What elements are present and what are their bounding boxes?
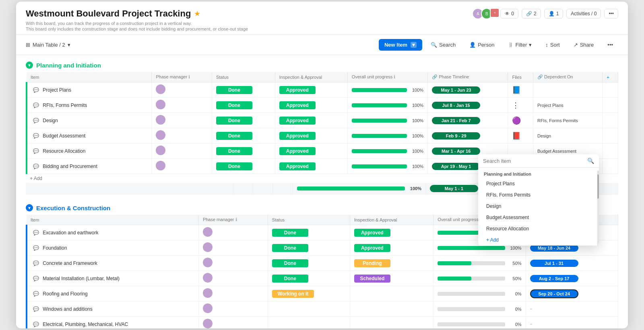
exec-status[interactable]: Done (268, 256, 350, 271)
exec-phase-manager (198, 240, 268, 256)
search-button[interactable]: 🔍 Search (425, 39, 461, 51)
activities-btn[interactable]: Activities / 0 (566, 9, 601, 18)
exec-comment-icon[interactable]: 💬 (33, 322, 39, 327)
share-btn[interactable]: 🔗 2 (522, 9, 541, 18)
exec-timeline-pill: Sep 20 - Oct 24 (530, 289, 578, 298)
planning-inspection[interactable]: Approved (275, 143, 347, 159)
col-phase-manager: Phase manager ℹ (152, 72, 212, 82)
person-btn[interactable]: 👤 1 (544, 9, 564, 18)
planning-status[interactable]: Done (212, 128, 275, 143)
person-filter-btn[interactable]: 👤 Person (464, 39, 500, 51)
comment-icon[interactable]: 💬 (33, 164, 39, 169)
planning-status[interactable]: Done (212, 159, 275, 174)
exec-comment-icon[interactable]: 💬 (33, 276, 39, 281)
progress-bar (352, 103, 407, 107)
share-toolbar-btn[interactable]: ↗ Share (568, 39, 599, 51)
exec-timeline: Aug 2 - Sep 17 (526, 271, 618, 286)
exec-insp-badge: Approved (354, 229, 390, 237)
col-add[interactable]: + (603, 72, 618, 82)
exec-timeline-pill: Jul 1 - 31 (530, 260, 578, 267)
search-item-input[interactable] (483, 158, 587, 164)
exec-inspection[interactable]: Approved (350, 225, 433, 240)
progress-wrap: 100% (352, 103, 423, 108)
planning-files: ⋮ (508, 98, 533, 113)
comment-icon[interactable]: 💬 (33, 148, 39, 154)
planning-item-name: 💬 Bidding and Procurement (27, 159, 152, 174)
dropdown-add-btn[interactable]: + Add (478, 234, 599, 246)
dropdown-item[interactable]: Design (478, 201, 599, 212)
exec-comment-icon[interactable]: 💬 (33, 230, 39, 236)
exec-status[interactable]: Done (268, 271, 350, 286)
progress-wrap: 100% (352, 133, 423, 138)
planning-phase-manager (152, 113, 212, 128)
table-icon: ⊞ (26, 42, 30, 48)
comment-icon[interactable]: 💬 (33, 87, 39, 93)
exec-comment-icon[interactable]: 💬 (33, 260, 39, 266)
planning-dependent: Project Plans (533, 98, 602, 113)
progress-fill (352, 134, 407, 138)
main-table-btn[interactable]: ⊞ Main Table / 2 ▾ (26, 42, 70, 48)
planning-status[interactable]: Done (212, 143, 275, 159)
execution-row: 💬 Roofing and Flooring Working on it 0% … (27, 286, 618, 301)
exec-phase-manager (198, 286, 268, 301)
comment-icon[interactable]: 💬 (33, 133, 39, 139)
sort-label: Sort (550, 42, 560, 48)
dropdown-item[interactable]: Resource Allocation (478, 223, 599, 234)
exec-progress: 50% (433, 256, 526, 271)
exec-inspection[interactable] (350, 301, 433, 317)
exec-status-badge: Done (272, 275, 308, 283)
more-toolbar-btn[interactable]: ••• (602, 39, 618, 51)
planning-status[interactable]: Done (212, 113, 275, 128)
planning-inspection[interactable]: Approved (275, 82, 347, 98)
sort-button[interactable]: ↕ Sort (540, 39, 565, 51)
exec-comment-icon[interactable]: 💬 (33, 291, 39, 297)
planning-header-row: Item Phase manager ℹ Status Inspection &… (27, 72, 618, 82)
exec-inspection[interactable]: Scheduled (350, 271, 433, 286)
planning-status[interactable]: Done (212, 98, 275, 113)
exec-status[interactable]: Working on it (268, 286, 350, 301)
views-btn[interactable]: 👁 0 (500, 9, 518, 18)
dropdown-item[interactable]: RFIs, Forms Permits (478, 189, 599, 201)
avatar-sm (156, 84, 165, 94)
planning-inspection[interactable]: Approved (275, 128, 347, 143)
dep-text: Project Plans (537, 103, 564, 108)
planning-inspection[interactable]: Approved (275, 98, 347, 113)
dropdown-item[interactable]: Project Plans (478, 178, 599, 189)
exec-comment-icon[interactable]: 💬 (33, 306, 39, 312)
col-timeline: 🔗 Phase Timeline (428, 72, 508, 82)
exec-inspection[interactable]: Approved (350, 240, 433, 256)
planning-phase-manager (152, 143, 212, 159)
planning-status[interactable]: Done (212, 82, 275, 98)
comment-icon[interactable]: 💬 (33, 102, 39, 108)
group-planning-dot: ▼ (26, 61, 33, 69)
search-label: Search (439, 42, 456, 48)
col2-phase-manager: Phase manager ℹ (198, 215, 268, 225)
comment-icon[interactable]: 💬 (33, 118, 39, 123)
exec-inspection[interactable]: Pending (350, 256, 433, 271)
search-box: 🔍 (478, 154, 599, 168)
exec-status[interactable] (268, 301, 350, 317)
planning-inspection[interactable]: Approved (275, 113, 347, 128)
progress-fill (352, 88, 407, 92)
inspection-badge: Approved (279, 86, 316, 94)
exec-status[interactable]: Done (268, 225, 350, 240)
exec-inspection[interactable] (350, 317, 433, 329)
planning-files: 🟣 (508, 113, 533, 128)
planning-inspection[interactable]: Approved (275, 159, 347, 174)
exec-progress-pct: 0% (508, 307, 522, 312)
exec-insp-badge: Scheduled (354, 275, 390, 283)
col-progress: Overall unit progress ℹ (347, 72, 427, 82)
summary-empty-4 (273, 183, 293, 195)
exec-inspection[interactable] (350, 286, 433, 301)
scrollbar[interactable] (597, 170, 599, 246)
new-item-button[interactable]: New Item ▾ (379, 39, 422, 51)
avatar-sm (156, 161, 165, 170)
exec-status[interactable]: Done (268, 240, 350, 256)
filter-button[interactable]: ⧚ Filter ▾ (503, 39, 537, 51)
more-header-btn[interactable]: ••• (604, 9, 618, 18)
progress-bar (352, 164, 407, 168)
planning-phase-manager (152, 98, 212, 113)
exec-comment-icon[interactable]: 💬 (33, 245, 39, 251)
dropdown-item[interactable]: Budget Assessment (478, 212, 599, 223)
exec-status[interactable] (268, 317, 350, 329)
